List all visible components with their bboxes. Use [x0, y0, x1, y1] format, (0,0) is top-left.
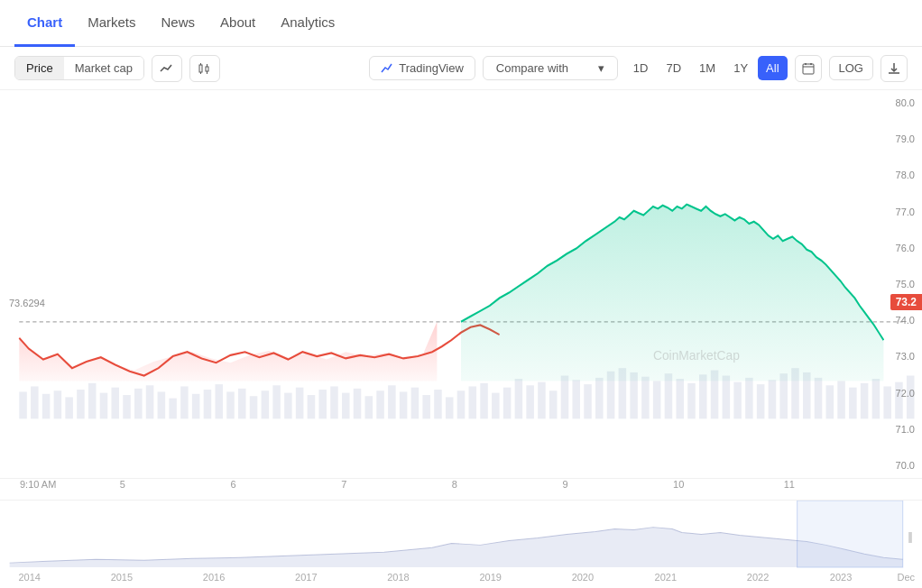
svg-rect-49 [446, 397, 454, 418]
svg-rect-42 [365, 396, 373, 418]
svg-rect-67 [653, 381, 661, 419]
x-label-8: 8 [452, 479, 457, 490]
time-1m-button[interactable]: 1M [691, 56, 724, 80]
svg-rect-15 [54, 390, 62, 418]
time-all-button[interactable]: All [758, 56, 787, 80]
svg-rect-61 [584, 384, 592, 418]
nav-item-markets[interactable]: Markets [75, 0, 148, 47]
svg-rect-24 [158, 391, 166, 418]
svg-rect-77 [769, 380, 777, 418]
candle-chart-button[interactable] [189, 55, 220, 82]
x-label-10: 10 [673, 479, 684, 490]
svg-rect-18 [88, 383, 97, 418]
svg-rect-25 [169, 399, 177, 419]
svg-rect-57 [538, 382, 546, 419]
x-label-7: 7 [341, 479, 346, 490]
x-label-5: 5 [120, 479, 125, 490]
svg-rect-45 [400, 391, 408, 418]
mini-x-label-2019: 2019 [479, 572, 501, 583]
mini-x-label-2020: 2020 [572, 572, 594, 583]
svg-rect-66 [641, 377, 650, 419]
x-axis: 9:10 AM 5 6 7 8 9 10 11 USD [0, 478, 922, 500]
mini-x-label-dec: Dec [897, 572, 915, 583]
svg-rect-71 [699, 374, 707, 418]
x-label-time: 9:10 AM [20, 479, 56, 490]
svg-rect-47 [422, 395, 430, 418]
line-chart-button[interactable] [152, 55, 182, 82]
y-label-77: 77.0 [896, 207, 915, 217]
scroll-handle[interactable]: ‖ [908, 530, 913, 543]
y-label-71: 71.0 [896, 424, 915, 435]
time-7d-button[interactable]: 7D [658, 56, 689, 80]
nav-item-about[interactable]: About [207, 0, 268, 47]
svg-rect-75 [745, 378, 753, 418]
price-reference-label: 73.6294 [9, 298, 45, 308]
svg-rect-84 [849, 388, 857, 419]
svg-rect-12 [19, 391, 27, 418]
svg-rect-30 [226, 391, 235, 418]
toolbar: Price Market cap TradingView Compare wit… [0, 47, 922, 90]
market-cap-button[interactable]: Market cap [64, 57, 143, 79]
svg-rect-86 [872, 379, 881, 418]
nav-bar: Chart Markets News About Analytics [0, 0, 922, 47]
y-label-70: 70.0 [896, 460, 915, 471]
svg-rect-34 [272, 385, 281, 418]
svg-rect-31 [238, 389, 246, 418]
log-button[interactable]: LOG [829, 56, 873, 80]
svg-rect-38 [318, 390, 327, 418]
svg-rect-36 [296, 388, 304, 419]
mini-x-label-2015: 2015 [111, 572, 133, 583]
svg-rect-19 [100, 393, 108, 419]
svg-rect-43 [376, 390, 384, 418]
svg-rect-40 [342, 393, 350, 419]
mini-chart-svg [0, 501, 922, 572]
svg-rect-70 [687, 383, 696, 418]
mini-x-label-2023: 2023 [830, 572, 852, 583]
time-1d-button[interactable]: 1D [625, 56, 657, 80]
price-button[interactable]: Price [15, 57, 64, 79]
svg-rect-23 [146, 385, 154, 418]
mini-x-label-2014: 2014 [18, 572, 40, 583]
mini-x-axis: 2014 2015 2016 2017 2018 2019 2020 2021 … [0, 572, 922, 588]
svg-rect-3 [206, 67, 208, 71]
svg-rect-50 [457, 390, 466, 418]
mini-chart-container: ‖ [0, 500, 922, 572]
svg-rect-52 [480, 383, 488, 418]
download-button[interactable] [881, 55, 908, 82]
svg-rect-14 [42, 394, 51, 418]
compare-button[interactable]: Compare with ▾ [483, 56, 618, 80]
y-label-75: 75.0 [896, 279, 915, 289]
svg-rect-32 [250, 396, 258, 418]
nav-item-chart[interactable]: Chart [14, 0, 75, 47]
tradingview-button[interactable]: TradingView [369, 56, 475, 80]
time-1y-button[interactable]: 1Y [725, 56, 756, 80]
calendar-button[interactable] [795, 55, 822, 82]
nav-item-analytics[interactable]: Analytics [268, 0, 347, 47]
main-chart-container: CoinMarketCap 80.0 79.0 78.0 77.0 76.0 7… [0, 90, 922, 478]
mini-x-label-2017: 2017 [295, 572, 317, 583]
svg-rect-82 [826, 385, 834, 418]
y-label-79: 79.0 [896, 133, 915, 144]
svg-rect-76 [757, 384, 765, 418]
chevron-down-icon: ▾ [598, 61, 604, 75]
svg-text:CoinMarketCap: CoinMarketCap [653, 347, 740, 363]
svg-rect-60 [572, 380, 580, 418]
tradingview-label: TradingView [399, 61, 464, 75]
x-label-11: 11 [784, 479, 795, 490]
svg-rect-17 [77, 390, 85, 418]
mini-x-label-2016: 2016 [203, 572, 225, 583]
time-range-group: 1D 7D 1M 1Y All [625, 56, 788, 80]
svg-rect-69 [676, 379, 684, 418]
svg-rect-48 [434, 390, 442, 418]
current-price-badge: 73.2 [890, 294, 922, 310]
svg-rect-0 [199, 65, 202, 72]
svg-rect-28 [204, 390, 212, 418]
svg-rect-87 [883, 386, 891, 418]
svg-rect-26 [180, 386, 189, 418]
svg-rect-44 [388, 385, 396, 418]
svg-rect-46 [411, 388, 420, 419]
nav-item-news[interactable]: News [149, 0, 208, 47]
svg-rect-85 [861, 383, 869, 418]
svg-rect-51 [469, 386, 477, 418]
svg-rect-62 [595, 378, 604, 418]
